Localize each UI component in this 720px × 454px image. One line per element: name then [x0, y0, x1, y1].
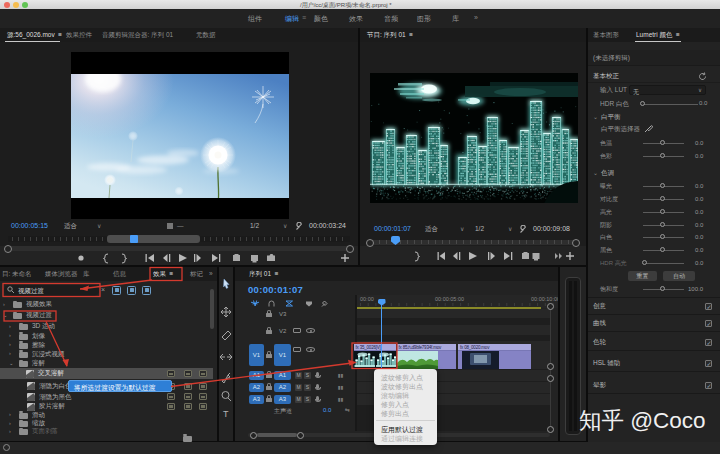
svg-text:T: T [223, 409, 229, 419]
